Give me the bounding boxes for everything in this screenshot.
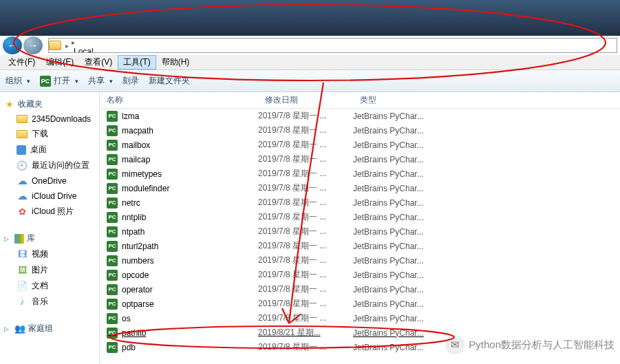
- table-row[interactable]: PCmailbox2019/7/8 星期一 ...JetBrains PyCha…: [100, 138, 620, 152]
- file-type: JetBrains PyChar...: [353, 213, 620, 222]
- pycharm-file-icon: PC: [107, 270, 118, 281]
- toolbar-burn[interactable]: 刻录: [122, 75, 139, 87]
- pycharm-file-icon: PC: [107, 197, 118, 208]
- desktop-icon: [17, 145, 26, 155]
- sidebar-item-music[interactable]: ♪音乐: [4, 294, 99, 310]
- file-name: modulefinder: [122, 184, 169, 193]
- file-name: netrc: [122, 198, 140, 208]
- sidebar-homegroup-header[interactable]: ▷👥家庭组: [4, 321, 99, 336]
- toolbar-open[interactable]: PC打开: [40, 75, 78, 87]
- file-name: lzma: [122, 111, 139, 121]
- sidebar-item-recent[interactable]: 🕘最近访问的位置: [4, 158, 99, 173]
- file-type: JetBrains PyChar...: [353, 111, 620, 121]
- cloud-icon: ☁: [17, 191, 28, 202]
- file-name: macpath: [122, 126, 153, 136]
- sidebar-item-icloud-drive[interactable]: ☁iCloud Drive: [4, 189, 99, 204]
- file-type: JetBrains PyChar...: [353, 227, 620, 237]
- table-row[interactable]: PCopcode2019/7/8 星期一 ...JetBrains PyChar…: [100, 268, 620, 282]
- table-row[interactable]: PCoperator2019/7/8 星期一 ...JetBrains PyCh…: [100, 282, 620, 297]
- sidebar-item-pictures[interactable]: 🖼图片: [4, 262, 99, 278]
- file-name: nturl2path: [122, 242, 158, 251]
- file-date: 2019/7/8 星期一 ...: [258, 197, 353, 208]
- sidebar-item-downloads[interactable]: 下载: [4, 126, 99, 142]
- column-name[interactable]: 名称: [100, 94, 258, 106]
- toolbar: 组织 PC打开 共享 刻录 新建文件夹: [0, 70, 620, 92]
- sidebar-library-header[interactable]: ▷库: [4, 231, 99, 246]
- pycharm-file-icon: PC: [107, 284, 118, 295]
- file-type: JetBrains PyChar...: [353, 299, 620, 309]
- file-date: 2019/7/8 星期一 ...: [258, 255, 353, 266]
- toolbar-newfolder[interactable]: 新建文件夹: [149, 75, 190, 87]
- pycharm-file-icon: PC: [107, 342, 118, 353]
- file-name: os: [122, 314, 131, 323]
- table-row[interactable]: PCmacpath2019/7/8 星期一 ...JetBrains PyCha…: [100, 123, 620, 138]
- toolbar-organize[interactable]: 组织: [6, 75, 30, 87]
- file-date: 2019/7/8 星期一 ...: [258, 211, 353, 223]
- menu-file[interactable]: 文件(F): [3, 55, 41, 69]
- sidebar-item-icloud-photos[interactable]: ✿iCloud 照片: [4, 204, 99, 220]
- wechat-icon: ✉: [445, 335, 464, 354]
- file-type: JetBrains PyChar...: [353, 314, 620, 323]
- breadcrumb-item[interactable]: Local: [70, 47, 131, 54]
- toolbar-share[interactable]: 共享: [88, 75, 113, 87]
- star-icon: ★: [4, 99, 15, 110]
- video-icon: 🎞: [17, 249, 28, 260]
- table-row[interactable]: PCnetrc2019/7/8 星期一 ...JetBrains PyChar.…: [100, 195, 620, 210]
- table-row[interactable]: PCmimetypes2019/7/8 星期一 ...JetBrains PyC…: [100, 167, 620, 181]
- menu-view[interactable]: 查看(V): [79, 55, 118, 69]
- file-type: JetBrains PyChar...: [353, 126, 620, 136]
- file-name: opcode: [122, 270, 149, 280]
- chevron-right-icon[interactable]: ▸: [70, 39, 76, 46]
- sidebar-item-video[interactable]: 🎞视频: [4, 246, 99, 262]
- file-name: numbers: [122, 256, 154, 266]
- menubar: 文件(F) 编辑(E) 查看(V) 工具(T) 帮助(H): [0, 55, 620, 70]
- table-row[interactable]: PCos2019/7/8 星期一 ...JetBrains PyChar...: [100, 311, 620, 325]
- table-row[interactable]: PCntpath2019/7/8 星期一 ...JetBrains PyChar…: [100, 224, 620, 239]
- nav-back-button[interactable]: ←: [3, 36, 22, 54]
- menu-tool[interactable]: 工具(T): [118, 55, 156, 69]
- file-type: JetBrains PyChar...: [353, 198, 620, 208]
- folder-icon: [49, 41, 61, 50]
- library-icon: [14, 234, 24, 244]
- pycharm-file-icon: PC: [107, 313, 118, 324]
- breadcrumb[interactable]: ▸ 计算机▸Windows7 (C:)▸Users▸Administrator▸…: [48, 38, 617, 53]
- folder-icon: [17, 115, 28, 123]
- sidebar-item-2345downloads[interactable]: 2345Downloads: [4, 112, 99, 126]
- table-row[interactable]: PCnumbers2019/7/8 星期一 ...JetBrains PyCha…: [100, 253, 620, 268]
- table-row[interactable]: PCmodulefinder2019/7/8 星期一 ...JetBrains …: [100, 181, 620, 195]
- file-type: JetBrains PyChar...: [353, 270, 620, 280]
- menu-edit[interactable]: 编辑(E): [41, 55, 79, 69]
- pycharm-file-icon: PC: [107, 212, 118, 223]
- document-icon: 📄: [17, 281, 28, 292]
- sidebar-item-onedrive[interactable]: ☁OneDrive: [4, 173, 99, 189]
- file-name: nntplib: [122, 213, 146, 222]
- sidebar-favorites-header[interactable]: ★收藏夹: [4, 96, 99, 112]
- table-row[interactable]: PClzma2019/7/8 星期一 ...JetBrains PyChar..…: [100, 109, 620, 123]
- column-date[interactable]: 修改日期: [258, 94, 353, 106]
- menu-help[interactable]: 帮助(H): [156, 55, 195, 69]
- table-row[interactable]: PCoptparse2019/7/8 星期一 ...JetBrains PyCh…: [100, 297, 620, 311]
- pycharm-file-icon: PC: [107, 241, 118, 252]
- file-name: ntpath: [122, 227, 145, 237]
- nav-forward-button[interactable]: →: [23, 36, 43, 54]
- column-headers: 名称 修改日期 类型: [100, 92, 620, 109]
- table-row[interactable]: PCnturl2path2019/7/8 星期一 ...JetBrains Py…: [100, 239, 620, 253]
- sidebar-item-documents[interactable]: 📄文档: [4, 278, 99, 294]
- file-date: 2019/7/8 星期一 ...: [258, 298, 353, 310]
- file-date: 2019/7/8 星期一 ...: [258, 312, 353, 324]
- pycharm-file-icon: PC: [107, 226, 118, 237]
- pycharm-file-icon: PC: [107, 183, 118, 194]
- caret-icon: ▷: [4, 325, 9, 332]
- homegroup-icon: 👥: [14, 323, 25, 334]
- window-titlebar: [0, 0, 620, 36]
- table-row[interactable]: PCmailcap2019/7/8 星期一 ...JetBrains PyCha…: [100, 152, 620, 167]
- table-row[interactable]: PCnntplib2019/7/8 星期一 ...JetBrains PyCha…: [100, 210, 620, 224]
- sidebar-item-desktop[interactable]: 桌面: [4, 142, 99, 158]
- column-type[interactable]: 类型: [353, 94, 620, 106]
- pycharm-file-icon: PC: [107, 111, 118, 122]
- file-date: 2019/7/8 星期一 ...: [258, 240, 353, 252]
- pycharm-file-icon: PC: [107, 169, 118, 180]
- file-name: optparse: [122, 299, 154, 309]
- file-name: pathlib: [122, 328, 146, 338]
- address-bar: ← → ▸ 计算机▸Windows7 (C:)▸Users▸Administra…: [3, 36, 617, 55]
